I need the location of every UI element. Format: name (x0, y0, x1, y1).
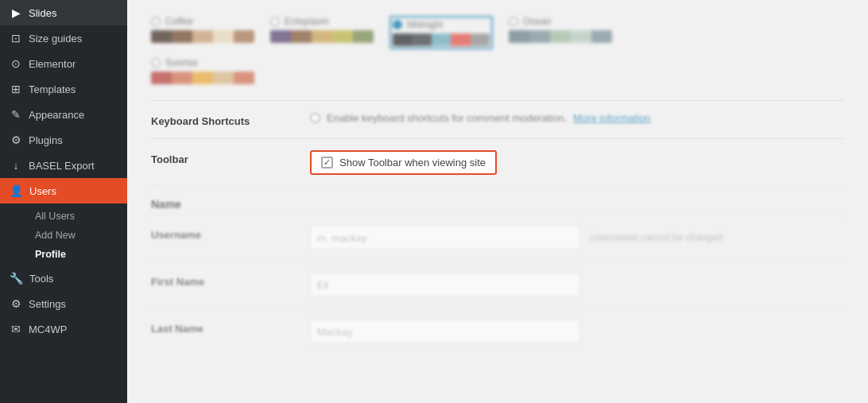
content-area: Coffee Ectoplasm (127, 0, 868, 370)
sidebar-label-users: Users (29, 185, 56, 197)
sidebar-label-templates: Templates (29, 83, 76, 95)
mc4wp-icon: ✉ (10, 323, 22, 335)
toolbar-highlight-box: Show Toolbar when viewing site (310, 150, 497, 175)
elementor-icon: ⊙ (10, 57, 22, 70)
slides-icon: ▶ (10, 6, 22, 19)
scheme-label-sunrise: Sunrise (165, 57, 198, 68)
sidebar-item-slides[interactable]: ▶ Slides (0, 0, 127, 25)
keyboard-more-link[interactable]: More information (573, 112, 651, 124)
templates-icon: ⊞ (10, 83, 22, 95)
sidebar-item-elementor[interactable]: ⊙ Elementor (0, 51, 127, 76)
scheme-ocean: Ocean (509, 16, 612, 43)
last-name-input[interactable] (310, 320, 580, 343)
scheme-colors-midnight (393, 33, 490, 46)
size-guides-icon: ⊡ (10, 32, 22, 45)
sidebar-label-slides: Slides (29, 7, 56, 19)
scheme-radio-ectoplasm[interactable] (270, 17, 280, 26)
tools-icon: 🔧 (10, 272, 23, 285)
toolbar-field: Show Toolbar when viewing site (310, 150, 844, 175)
appearance-icon: ✎ (10, 108, 22, 121)
toolbar-row: Toolbar Show Toolbar when viewing site (151, 138, 844, 186)
first-name-row: First Name (151, 261, 844, 308)
username-label: Username (151, 226, 310, 241)
sidebar-item-all-users[interactable]: All Users (29, 207, 127, 226)
scheme-row-2: Sunrise (151, 57, 844, 84)
sidebar-item-tools[interactable]: 🔧 Tools (0, 265, 127, 291)
scheme-radio-ocean[interactable] (509, 17, 518, 26)
sidebar-label-basel-export: BASEL Export (29, 160, 95, 172)
sidebar-item-templates[interactable]: ⊞ Templates (0, 76, 127, 102)
scheme-colors-ectoplasm (270, 30, 374, 43)
users-submenu: All Users Add New Profile (0, 203, 127, 265)
username-row: Username Usernames cannot be changed (151, 214, 844, 261)
first-name-label: First Name (151, 273, 310, 288)
keyboard-shortcuts-label: Keyboard Shortcuts (151, 112, 310, 127)
keyboard-description: Enable keyboard shortcuts for comment mo… (327, 112, 567, 124)
keyboard-shortcuts-field: Enable keyboard shortcuts for comment mo… (310, 112, 844, 124)
scheme-label-coffee: Coffee (165, 16, 193, 27)
scheme-label-midnight: Midnight (407, 19, 443, 30)
settings-icon: ⚙ (10, 297, 22, 310)
sidebar: ▶ Slides ⊡ Size guides ⊙ Elementor ⊞ Tem… (0, 0, 127, 403)
sidebar-item-mc4wp[interactable]: ✉ MC4WP (0, 316, 127, 342)
scheme-coffee: Coffee (151, 16, 254, 43)
sidebar-item-size-guides[interactable]: ⊡ Size guides (0, 25, 127, 51)
scheme-radio-midnight[interactable] (393, 20, 402, 29)
users-icon: 👤 (10, 184, 23, 197)
scheme-midnight: Midnight (389, 16, 493, 49)
toolbar-checkbox[interactable] (321, 157, 333, 169)
sidebar-label-tools: Tools (29, 273, 53, 285)
scheme-label-ectoplasm: Ectoplasm (285, 16, 329, 27)
scheme-radio-coffee[interactable] (151, 17, 161, 26)
last-name-row: Last Name (151, 308, 844, 355)
scheme-radio-sunrise[interactable] (151, 58, 161, 68)
sidebar-item-users[interactable]: 👤 Users (0, 178, 127, 203)
sidebar-label-plugins: Plugins (29, 134, 63, 146)
first-name-field (310, 273, 844, 296)
name-heading: Name (151, 186, 844, 214)
sidebar-item-appearance[interactable]: ✎ Appearance (0, 102, 127, 127)
last-name-label: Last Name (151, 320, 310, 335)
sidebar-label-elementor: Elementor (29, 58, 76, 70)
sidebar-item-plugins[interactable]: ⚙ Plugins (0, 127, 127, 153)
sidebar-label-mc4wp: MC4WP (29, 324, 67, 335)
sidebar-label-appearance: Appearance (29, 109, 84, 121)
scheme-colors-ocean (509, 30, 612, 43)
scheme-sunrise: Sunrise (151, 57, 254, 84)
first-name-input[interactable] (310, 273, 580, 296)
username-note: Usernames cannot be changed (590, 232, 723, 243)
plugins-icon: ⚙ (10, 134, 22, 146)
main-content: Coffee Ectoplasm (127, 0, 868, 403)
sidebar-label-size-guides: Size guides (29, 33, 82, 45)
scheme-colors-sunrise (151, 72, 254, 84)
toolbar-checkbox-label: Show Toolbar when viewing site (339, 157, 486, 169)
sidebar-item-basel-export[interactable]: ↓ BASEL Export (0, 153, 127, 178)
username-input[interactable] (310, 226, 580, 250)
sidebar-item-settings[interactable]: ⚙ Settings (0, 291, 127, 316)
username-field: Usernames cannot be changed (310, 226, 844, 250)
keyboard-shortcuts-row: Keyboard Shortcuts Enable keyboard short… (151, 100, 844, 138)
last-name-field (310, 320, 844, 343)
scheme-ectoplasm: Ectoplasm (270, 16, 374, 43)
scheme-row-1: Coffee Ectoplasm (151, 16, 844, 49)
keyboard-radio[interactable] (310, 113, 320, 123)
sidebar-label-settings: Settings (29, 298, 66, 310)
scheme-label-ocean: Ocean (523, 16, 551, 27)
toolbar-label: Toolbar (151, 150, 310, 165)
sidebar-item-add-new[interactable]: Add New (29, 226, 127, 245)
basel-export-icon: ↓ (10, 159, 22, 172)
sidebar-item-profile[interactable]: Profile (29, 245, 127, 264)
color-schemes-section: Coffee Ectoplasm (151, 16, 844, 84)
scheme-colors-coffee (151, 30, 254, 43)
